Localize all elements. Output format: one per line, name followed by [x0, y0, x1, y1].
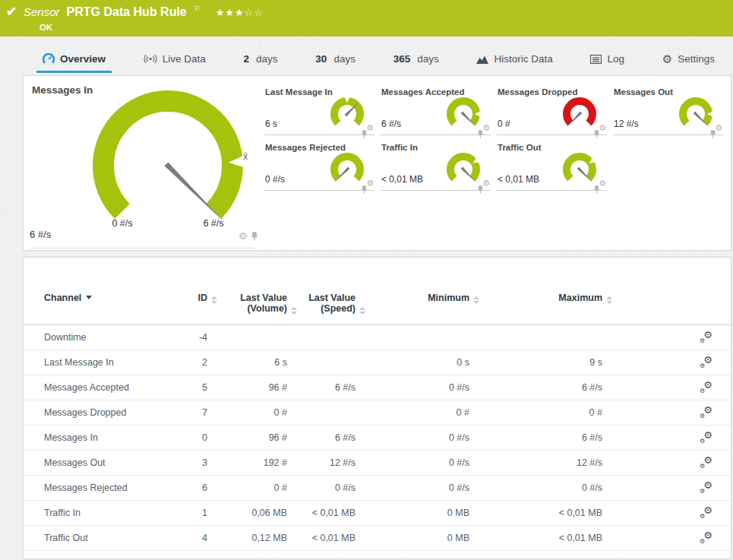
channel-settings-icon[interactable]: ⚙⚙ [700, 508, 712, 519]
tab-30-days[interactable]: 30 days [309, 46, 362, 73]
table-row: Messages Dropped 7 0 # 0 # 0 # ⚙⚙ [24, 400, 731, 426]
column-header-last-value-speed[interactable]: Last Value (Speed) [287, 293, 355, 315]
gauge-settings-icon[interactable]: ⚙ [239, 231, 248, 241]
tab-live-data[interactable]: Live Data [137, 46, 212, 73]
channel-settings-icon[interactable]: ⚙⚙ [700, 457, 712, 469]
channel-settings-icon[interactable]: ⚙⚙ [700, 332, 712, 343]
gauge-chart [675, 91, 717, 134]
tab-settings[interactable]: ⚙ Settings [656, 46, 721, 73]
mini-gauge-messages-dropped[interactable]: Messages Dropped 0 # ⚙ [497, 85, 607, 135]
maximum-value: < 0,01 MB [469, 533, 602, 543]
last-value-speed: < 0,01 MB [287, 508, 355, 518]
channel-name: Last Message In [44, 357, 166, 368]
minimum-value: 0 #/s [355, 432, 469, 443]
average-marker-label: x̄ [243, 151, 248, 162]
flag-icon[interactable]: ⚐ [194, 4, 201, 14]
main-gauge-value: 6 #/s [30, 229, 51, 240]
maximum-value: 0 #/s [469, 482, 602, 493]
pin-icon[interactable] [477, 130, 484, 138]
mini-gauge-traffic-in[interactable]: Traffic In < 0,01 MB ⚙ [381, 141, 491, 191]
channel-settings-icon[interactable]: ⚙⚙ [700, 482, 712, 494]
channel-name: Messages Rejected [44, 482, 166, 493]
channel-id: 7 [166, 407, 207, 418]
channel-settings-icon[interactable]: ⚙⚙ [700, 382, 712, 394]
gauge-chart [442, 147, 485, 189]
main-gauge [73, 86, 263, 234]
last-value-speed: 0 #/s [287, 482, 355, 493]
divider [30, 248, 257, 248]
gauge-chart [326, 91, 368, 134]
sort-icon[interactable] [359, 307, 365, 315]
mini-gauge-traffic-out[interactable]: Traffic Out < 0,01 MB ⚙ [497, 141, 607, 191]
priority-stars[interactable]: ★★★☆☆ [216, 7, 264, 18]
maximum-value: 6 #/s [469, 382, 602, 393]
pin-icon[interactable] [709, 130, 716, 138]
gauge-chart [442, 91, 485, 134]
check-icon: ✔ [6, 4, 17, 20]
channel-name: Traffic Out [44, 533, 166, 543]
tab-bar: Overview Live Data 2 days 30 days 365 da… [36, 46, 721, 73]
tab-log[interactable]: Log [584, 46, 630, 73]
status-badge: OK [39, 23, 52, 32]
last-value-volume: 0,06 MB [207, 508, 287, 518]
channel-settings-icon[interactable]: ⚙⚙ [700, 533, 712, 544]
column-header-last-value-volume[interactable]: Last Value (Volume) [207, 293, 287, 315]
last-value-speed: 6 #/s [287, 382, 355, 393]
tab-365-days[interactable]: 365 days [387, 46, 445, 73]
channel-id: -4 [166, 332, 207, 343]
last-value-speed: 12 #/s [287, 457, 355, 468]
pin-icon[interactable] [251, 232, 258, 241]
pin-icon[interactable] [361, 185, 368, 194]
channel-id: 6 [166, 482, 207, 493]
column-header-minimum[interactable]: Minimum [355, 293, 469, 304]
mini-gauge-messages-accepted[interactable]: Messages Accepted 6 #/s ⚙ [381, 85, 491, 135]
gauge-icon [43, 53, 55, 65]
main-gauge-max-label: 6 #/s [203, 218, 223, 229]
gauge-chart [558, 91, 601, 134]
column-header-channel[interactable]: Channel [44, 293, 166, 303]
table-row: Traffic Out 4 0,12 MB < 0,01 MB 0 MB < 0… [24, 526, 731, 551]
maximum-value: 0 # [469, 407, 602, 418]
tab-historic-data[interactable]: Historic Data [470, 46, 558, 73]
table-row: Messages Accepted 5 96 # 6 #/s 0 #/s 6 #… [24, 375, 731, 400]
sort-icon[interactable] [606, 296, 612, 304]
minimum-value: 0 #/s [355, 457, 469, 468]
mini-gauge-messages-out[interactable]: Messages Out 12 #/s ⚙ [613, 85, 723, 135]
last-value-volume: 0,12 MB [207, 533, 287, 543]
last-value-speed: 6 #/s [287, 432, 355, 443]
channel-settings-icon[interactable]: ⚙⚙ [700, 407, 712, 419]
table-row: Messages Out 3 192 # 12 #/s 0 #/s 12 #/s… [24, 451, 731, 476]
pin-icon[interactable] [477, 185, 484, 194]
sensor-name: PRTG Data Hub Rule [67, 5, 187, 19]
mini-gauges-grid: Last Message In 6 s ⚙ Messages Accepted … [264, 85, 723, 191]
column-header-id[interactable]: ID [166, 293, 207, 304]
channel-table-panel: Channel ID Last Value (Volume) Last Valu… [23, 257, 731, 559]
channel-settings-icon[interactable]: ⚙⚙ [700, 357, 712, 369]
column-header-maximum[interactable]: Maximum [469, 293, 602, 304]
channel-name: Messages Accepted [44, 382, 166, 393]
table-row: Messages Rejected 6 0 # 0 #/s 0 #/s 0 #/… [24, 476, 731, 501]
table-row: Messages In 0 96 # 6 #/s 0 #/s 6 #/s ⚙⚙ [24, 426, 731, 451]
pin-icon[interactable] [361, 130, 368, 138]
last-value-volume: 192 # [207, 457, 287, 468]
mini-gauge-last-message-in[interactable]: Last Message In 6 s ⚙ [264, 85, 374, 135]
channel-name: Messages In [44, 432, 166, 443]
mini-gauge-messages-rejected[interactable]: Messages Rejected 0 #/s ⚙ [264, 141, 374, 191]
last-value-volume: 0 # [207, 482, 287, 493]
minimum-value: 0 #/s [355, 382, 469, 393]
pin-icon[interactable] [593, 185, 600, 194]
channel-settings-icon[interactable]: ⚙⚙ [700, 432, 712, 444]
table-row: Downtime -4 ⚙⚙ [24, 325, 731, 350]
main-gauge-min-label: 0 #/s [112, 218, 132, 229]
channel-id: 5 [166, 382, 207, 393]
channel-id: 3 [166, 457, 207, 468]
gauge-chart [558, 147, 601, 189]
pin-icon[interactable] [593, 130, 600, 138]
maximum-value: < 0,01 MB [469, 508, 602, 518]
tab-2-days[interactable]: 2 days [238, 46, 284, 73]
maximum-value: 12 #/s [469, 457, 602, 468]
channel-name: Messages Dropped [44, 407, 166, 418]
tab-overview[interactable]: Overview [36, 46, 112, 73]
historic-chart-icon [476, 55, 488, 64]
live-data-icon [144, 54, 157, 64]
